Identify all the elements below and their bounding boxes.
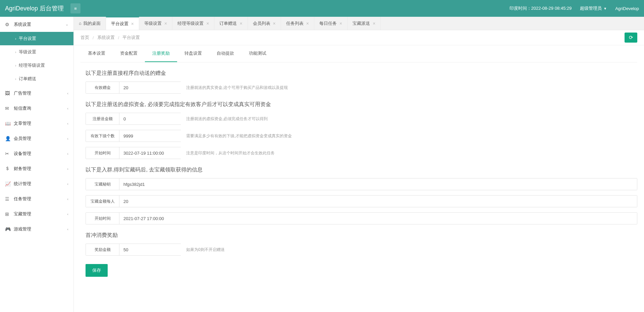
header-logo: AgriDevelop 后台管理 (5, 4, 70, 12)
field-label: 宝藏金额每人 (86, 196, 119, 207)
sidebar-group-label: 短信查询 (14, 105, 31, 111)
sidebar-group[interactable]: ⊞宝藏管理‹ (0, 206, 73, 221)
sidebar-item[interactable]: ›等级设置 (0, 45, 73, 59)
sidebar-group[interactable]: ⚙系统设置⌄ (0, 17, 73, 32)
app-name-label: AgriDevelop (615, 6, 639, 11)
field-label: 开始时间 (86, 147, 119, 159)
save-button[interactable]: 保存 (86, 264, 108, 277)
tab-label: 等级设置 (144, 20, 162, 27)
sidebar-group-label: 宝藏管理 (14, 211, 31, 217)
page-tab[interactable]: 经理等级设置× (172, 17, 214, 30)
sidebar-group[interactable]: 📈统计管理‹ (0, 176, 73, 191)
page-tab[interactable]: ⌂我的桌面 (74, 17, 106, 30)
inner-tab[interactable]: 基本设置 (80, 45, 113, 62)
sidebar-group[interactable]: ☰任务管理‹ (0, 191, 73, 206)
page-tab[interactable]: 会员列表× (248, 17, 281, 30)
section-title: 以下是注册直接程序自动送的赠金 (86, 70, 637, 77)
page-tab[interactable]: 每日任务× (314, 17, 347, 30)
start-time-input[interactable] (119, 147, 184, 159)
refresh-button[interactable]: ⟳ (625, 33, 637, 43)
page-tab[interactable]: 平台设置× (106, 17, 139, 30)
sidebar-group[interactable]: 📖文章管理‹ (0, 116, 73, 131)
treasure-start-time-input[interactable] (119, 213, 637, 224)
sidebar-group[interactable]: 🎮游戏管理‹ (0, 221, 73, 237)
close-icon[interactable]: × (164, 21, 167, 26)
page-tab[interactable]: 任务列表× (281, 17, 314, 30)
sidebar-group[interactable]: 🖼广告管理‹ (0, 86, 73, 101)
sidebar-item[interactable]: ›平台设置 (0, 32, 73, 45)
inner-tab[interactable]: 自动提款 (209, 45, 241, 62)
sidebar-group-label: 任务管理 (14, 196, 31, 202)
breadcrumb-bar: 首页 / 系统设置 / 平台设置 ⟳ (74, 30, 644, 45)
home-icon: ⌂ (79, 21, 82, 26)
tab-label: 每日任务 (319, 20, 337, 27)
close-icon[interactable]: × (239, 21, 242, 26)
inner-tab[interactable]: 功能测试 (241, 45, 274, 62)
close-icon[interactable]: × (306, 21, 309, 26)
sidebar-icon: 🖼 (5, 91, 10, 96)
breadcrumb-item[interactable]: 系统设置 (97, 35, 115, 41)
sidebar-group-label: 统计管理 (14, 181, 31, 187)
sidebar-item[interactable]: ›订单赠送 (0, 72, 73, 86)
menu-icon: ≡ (74, 6, 77, 11)
sidebar-item-label: 等级设置 (19, 49, 36, 55)
chevron-icon: ‹ (67, 212, 68, 216)
inner-tabs: 基本设置资金配置注册奖励转盘设置自动提款功能测试 (80, 45, 637, 62)
chevron-icon: ‹ (67, 167, 68, 171)
page-tabs: ⌂我的桌面平台设置×等级设置×经理等级设置×订单赠送×会员列表×任务列表×每日任… (74, 17, 644, 30)
sidebar-group-label: 文章管理 (14, 120, 31, 126)
register-bonus-input[interactable] (119, 113, 184, 124)
arrow-right-icon: › (15, 64, 16, 67)
sidebar-item-label: 订单赠送 (19, 76, 36, 82)
sidebar-icon: 📈 (5, 181, 10, 187)
help-text: 如果为0则不开启赠送 (186, 247, 225, 253)
subordinate-count-input[interactable] (119, 130, 184, 142)
inner-tab[interactable]: 注册奖励 (145, 45, 177, 62)
section-title: 以下是入群,得到宝藏码后, 去宝藏领取获得的信息 (86, 166, 637, 173)
section-title: 首冲消费奖励 (86, 232, 637, 239)
sidebar-group[interactable]: ✂设备管理‹ (0, 146, 73, 161)
page-tab[interactable]: 宝藏派送× (347, 17, 381, 30)
breadcrumb-item[interactable]: 首页 (80, 35, 89, 41)
sidebar-item[interactable]: ›经理等级设置 (0, 59, 73, 72)
sidebar-icon: ☰ (5, 196, 10, 202)
reward-amount-input[interactable] (119, 244, 184, 255)
tab-label: 我的桌面 (83, 20, 101, 27)
field-label: 有效赠金 (86, 82, 119, 93)
close-icon[interactable]: × (373, 21, 375, 26)
close-icon[interactable]: × (339, 21, 342, 26)
page-tab[interactable]: 订单赠送× (214, 17, 248, 30)
page-tab[interactable]: 等级设置× (139, 17, 172, 30)
sidebar-group[interactable]: ✉短信查询‹ (0, 101, 73, 116)
close-icon[interactable]: × (273, 21, 276, 26)
sidebar-icon: 👤 (5, 136, 10, 141)
help-text: 需要满足多少有有效的下级,才能把虚拟资金变成真实的资金 (186, 133, 292, 139)
user-role-label: 超级管理员 (580, 5, 602, 11)
breadcrumb-separator: / (118, 35, 119, 40)
field-label: 有效下级个数 (86, 130, 119, 142)
sidebar-group-label: 系统设置 (14, 21, 31, 28)
sidebar-toggle-button[interactable]: ≡ (70, 3, 80, 13)
sidebar-item-label: 平台设置 (19, 36, 36, 42)
close-icon[interactable]: × (206, 21, 209, 26)
sidebar-icon: ⚙ (5, 22, 10, 27)
sidebar-icon: ✉ (5, 106, 10, 111)
user-menu[interactable]: 超级管理员 ▼ (580, 5, 607, 11)
inner-tab[interactable]: 资金配置 (113, 45, 145, 62)
help-text: 注意是印度时间，从这个时间开始才会生效此任务 (186, 150, 275, 156)
sidebar-group-label: 财务管理 (14, 166, 31, 172)
arrow-right-icon: › (15, 77, 16, 81)
field-label: 宝藏秘钥 (86, 178, 119, 190)
inner-tab[interactable]: 转盘设置 (177, 45, 209, 62)
chevron-icon: ‹ (67, 197, 68, 201)
close-icon[interactable]: × (131, 21, 134, 27)
sidebar-group-label: 会员管理 (14, 136, 31, 142)
field-label: 注册送金额 (86, 113, 119, 124)
sidebar-group[interactable]: 👤会员管理‹ (0, 131, 73, 146)
treasure-key-input[interactable] (119, 178, 637, 190)
sidebar-group[interactable]: ＄财务管理‹ (0, 161, 73, 176)
server-time: 印度时间：2022-08-29 08:45:29 (509, 5, 572, 11)
treasure-amount-input[interactable] (119, 196, 637, 207)
chevron-icon: ‹ (67, 227, 68, 231)
effective-bonus-input[interactable] (119, 82, 184, 93)
